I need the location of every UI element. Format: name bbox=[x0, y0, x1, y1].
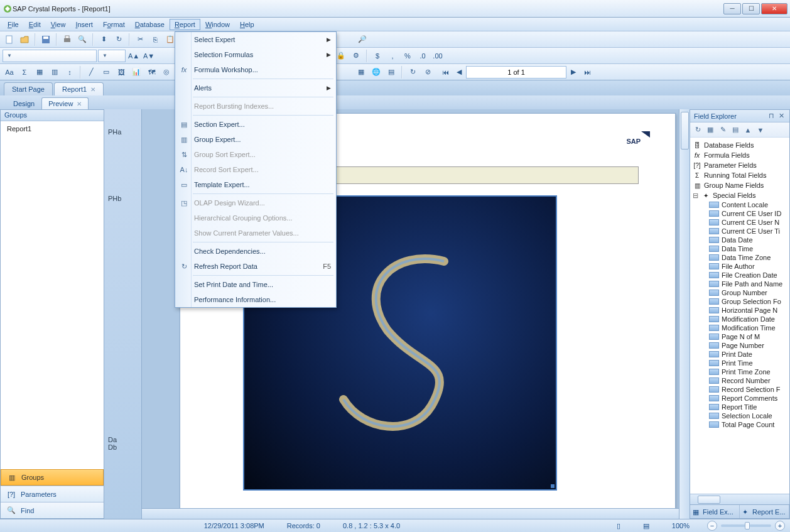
groups-tree[interactable]: Report1 bbox=[1, 121, 104, 469]
special-field-item[interactable]: Current CE User ID bbox=[691, 209, 788, 218]
mi-section-expert[interactable]: ▤Section Expert... bbox=[175, 117, 336, 132]
fe-down-icon[interactable]: ▼ bbox=[755, 124, 766, 136]
menu-database[interactable]: Database bbox=[130, 19, 170, 30]
special-field-item[interactable]: Record Selection F bbox=[691, 385, 788, 394]
prev-page-button[interactable]: ◀ bbox=[452, 65, 466, 79]
menu-edit[interactable]: Edit bbox=[24, 19, 46, 30]
save-button[interactable] bbox=[39, 33, 53, 46]
open-button[interactable] bbox=[18, 33, 31, 46]
tab-report-explorer[interactable]: ✦Report E... bbox=[740, 505, 789, 518]
first-page-button[interactable]: ⏮ bbox=[438, 65, 452, 79]
menu-view[interactable]: View bbox=[46, 19, 71, 30]
tab-report1[interactable]: Report1✕ bbox=[54, 82, 104, 95]
print-button[interactable] bbox=[60, 33, 74, 46]
special-field-item[interactable]: Page N of M bbox=[691, 332, 788, 341]
close-tab-icon[interactable]: ✕ bbox=[90, 86, 95, 93]
special-field-item[interactable]: File Author bbox=[691, 262, 788, 271]
new-button[interactable] bbox=[3, 33, 16, 46]
stop-button[interactable]: ⊘ bbox=[421, 65, 435, 79]
thousands-button[interactable]: , bbox=[386, 49, 399, 63]
special-field-item[interactable]: Content Locale bbox=[691, 200, 788, 209]
fe-refresh-icon[interactable]: ↻ bbox=[692, 124, 703, 136]
node-database-fields[interactable]: 🗄Database Fields bbox=[691, 140, 788, 150]
special-field-item[interactable]: File Path and Name bbox=[691, 280, 788, 288]
vertical-scrollbar[interactable] bbox=[679, 109, 690, 519]
mi-formula-workshop[interactable]: fxFormula Workshop... bbox=[175, 62, 336, 77]
dec-decimal-button[interactable]: .00 bbox=[431, 49, 445, 63]
special-field-item[interactable]: Print Date bbox=[691, 350, 788, 359]
fe-delete-icon[interactable]: ▤ bbox=[730, 124, 741, 136]
maximize-button[interactable]: ☐ bbox=[742, 3, 760, 14]
mi-group-expert[interactable]: ▥Group Expert... bbox=[175, 132, 336, 147]
groups-tab-button[interactable]: ▥Groups bbox=[1, 469, 104, 486]
zoom-in-button[interactable]: + bbox=[775, 521, 785, 531]
close-panel-icon[interactable]: ✕ bbox=[779, 112, 786, 119]
nav-icon-2[interactable]: 🌐 bbox=[369, 65, 383, 79]
decrease-font-button[interactable]: A▼ bbox=[142, 49, 156, 63]
node-group-name-fields[interactable]: ▥Group Name Fields bbox=[691, 180, 788, 190]
special-field-item[interactable]: Page Number bbox=[691, 341, 788, 350]
mi-refresh-report-data[interactable]: ↻Refresh Report DataF5 bbox=[175, 259, 336, 274]
pin-icon[interactable]: ⊓ bbox=[769, 112, 776, 119]
last-page-button[interactable]: ⏭ bbox=[580, 65, 594, 79]
tab-design[interactable]: Design bbox=[6, 97, 41, 109]
print-preview-button[interactable]: 🔍 bbox=[75, 33, 89, 46]
special-field-item[interactable]: Modification Date bbox=[691, 315, 788, 323]
special-field-item[interactable]: Selection Locale bbox=[691, 411, 788, 420]
minimize-button[interactable]: ─ bbox=[723, 3, 741, 14]
node-formula-fields[interactable]: fxFormula Fields bbox=[691, 150, 788, 160]
special-field-item[interactable]: Modification Time bbox=[691, 323, 788, 332]
mi-performance-info[interactable]: Performance Information... bbox=[175, 292, 336, 307]
percent-button[interactable]: % bbox=[401, 49, 414, 63]
cut-button[interactable]: ✂ bbox=[133, 33, 147, 46]
special-field-item[interactable]: Print Time Zone bbox=[691, 367, 788, 376]
menu-file[interactable]: File bbox=[3, 19, 24, 30]
grid-button[interactable]: ▦ bbox=[33, 65, 46, 79]
layout-icon-2[interactable]: ▤ bbox=[638, 522, 654, 530]
copy-button[interactable]: ⎘ bbox=[148, 33, 162, 46]
menu-format[interactable]: Format bbox=[98, 19, 130, 30]
node-special-fields[interactable]: ⊟✦Special Fields bbox=[691, 190, 788, 200]
export-button[interactable]: ⬍ bbox=[97, 33, 111, 46]
mi-check-dependencies[interactable]: Check Dependencies... bbox=[175, 244, 336, 259]
inc-decimal-button[interactable]: .0 bbox=[416, 49, 430, 63]
find-icon[interactable]: 🔎 bbox=[355, 33, 369, 46]
nav-icon-1[interactable]: ▦ bbox=[354, 65, 368, 79]
special-field-item[interactable]: Current CE User N bbox=[691, 218, 788, 227]
special-field-item[interactable]: Group Selection Fo bbox=[691, 297, 788, 306]
parameters-tab-button[interactable]: [?]Parameters bbox=[1, 486, 104, 502]
tab-start-page[interactable]: Start Page bbox=[4, 82, 53, 95]
font-family-select[interactable]: ▼ bbox=[3, 50, 97, 62]
nav-icon-3[interactable]: ▤ bbox=[384, 65, 398, 79]
refresh-data-button[interactable]: ↻ bbox=[406, 65, 419, 79]
close-button[interactable]: ✕ bbox=[761, 3, 787, 14]
crosstab-button[interactable]: ▥ bbox=[48, 65, 62, 79]
refresh-icon[interactable]: ↻ bbox=[112, 33, 126, 46]
special-field-item[interactable]: Print Time bbox=[691, 359, 788, 367]
special-field-item[interactable]: Current CE User Ti bbox=[691, 227, 788, 236]
zoom-out-button[interactable]: − bbox=[707, 521, 717, 531]
sum-button[interactable]: Σ bbox=[18, 65, 31, 79]
find-tab-button[interactable]: 🔍Find bbox=[1, 502, 104, 518]
sort-button[interactable]: ↕ bbox=[63, 65, 77, 79]
special-field-item[interactable]: Group Number bbox=[691, 288, 788, 297]
increase-font-button[interactable]: A▲ bbox=[127, 49, 141, 63]
mi-set-print-date[interactable]: Set Print Date and Time... bbox=[175, 277, 336, 292]
special-field-item[interactable]: Horizontal Page N bbox=[691, 306, 788, 315]
fe-up-icon[interactable]: ▲ bbox=[742, 124, 754, 136]
line-button[interactable]: ╱ bbox=[84, 65, 98, 79]
special-field-item[interactable]: Report Title bbox=[691, 403, 788, 411]
layout-icon-1[interactable]: ▯ bbox=[612, 522, 625, 530]
mi-template-expert[interactable]: ▭Template Expert... bbox=[175, 177, 336, 192]
special-field-item[interactable]: Report Comments bbox=[691, 394, 788, 403]
menu-window[interactable]: Window bbox=[200, 19, 235, 30]
chart-button[interactable]: 📊 bbox=[129, 65, 143, 79]
tool-icon-3[interactable]: ⚙ bbox=[349, 49, 363, 63]
special-field-item[interactable]: Data Time bbox=[691, 244, 788, 253]
currency-button[interactable]: $ bbox=[371, 49, 384, 63]
zoom-slider[interactable] bbox=[721, 524, 771, 527]
special-field-item[interactable]: Record Number bbox=[691, 376, 788, 385]
field-explorer-tree[interactable]: 🗄Database Fields fxFormula Fields [?]Par… bbox=[690, 138, 789, 494]
group-root[interactable]: Report1 bbox=[7, 125, 97, 133]
fe-horizontal-scrollbar[interactable] bbox=[690, 494, 789, 504]
